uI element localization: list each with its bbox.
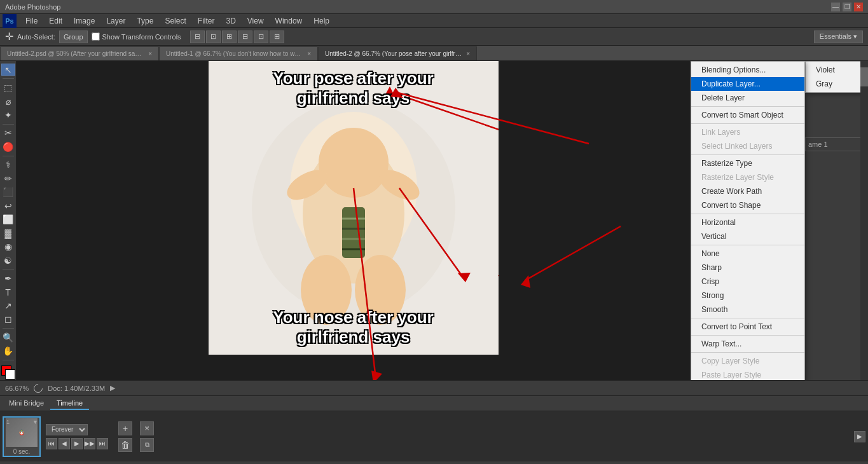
ctx-crisp[interactable]: Crisp [691,275,804,289]
ctx-delete-layer[interactable]: Delete Layer [691,91,804,105]
ctx-vertical[interactable]: Vertical [691,229,804,243]
menu-file[interactable]: File [20,15,43,27]
menu-layer[interactable]: Layer [101,15,130,27]
ctx-convert-smart-object[interactable]: Convert to Smart Object [691,108,804,122]
tool-lasso[interactable]: ⌀ [1,95,15,107]
essentials-button[interactable]: Essentials ▾ [814,31,863,43]
tl-last-frame[interactable]: ⏭ [97,438,108,449]
tab-2-close[interactable]: × [466,50,470,57]
ctx-convert-point-text[interactable]: Convert to Point Text [691,320,804,334]
tool-dodge[interactable]: ☯ [1,254,15,266]
menu-help[interactable]: Help [308,15,334,27]
menu-type[interactable]: Type [132,15,158,27]
tab-0[interactable]: Untitled-2.psd @ 50% (After your girlfri… [0,46,159,60]
tool-crop[interactable]: ✂ [1,127,15,139]
tool-magic-wand[interactable]: ✦ [1,109,15,121]
tab-1-close[interactable]: × [307,50,311,57]
group-dropdown[interactable]: Group [59,31,88,43]
ctx-warp-text[interactable]: Warp Text... [691,337,804,351]
menu-filter[interactable]: Filter [193,15,220,27]
align-btn-6[interactable]: ⊞ [270,31,284,43]
svg-point-4 [319,128,389,198]
ctx-horizontal[interactable]: Horizontal [691,215,804,229]
scrollbar-thumb[interactable] [860,67,868,86]
tab-1[interactable]: Untitled-1 @ 66.7% (You don't know how t… [159,46,318,60]
right-panel-scrollbar[interactable] [860,61,868,380]
ctx-strong[interactable]: Strong [691,289,804,303]
align-btn-5[interactable]: ⊡ [254,31,268,43]
ctx-sharp[interactable]: Sharp [691,261,804,275]
tool-path-select[interactable]: ↗ [1,299,15,311]
transform-checkbox-input[interactable] [92,32,100,41]
tool-pen[interactable]: ✒ [1,272,15,284]
tool-blur[interactable]: ◉ [1,240,15,252]
tool-type[interactable]: T [1,286,15,298]
close-button[interactable]: ✕ [854,3,863,11]
tl-tween[interactable]: ⤧ [140,421,154,435]
tool-heal[interactable]: ⚕ [1,159,15,171]
toolbar-divider-2 [3,124,14,125]
timeline-frame-1[interactable]: 1 🪆 0 sec. ▼ [3,416,41,457]
align-btn-2[interactable]: ⊡ [206,31,221,43]
doc-size-arrow[interactable]: ▶ [110,384,115,392]
tl-play[interactable]: ▶ [71,438,83,449]
align-btn-1[interactable]: ⊟ [190,31,205,43]
frame-delete-icon[interactable]: ▼ [32,419,38,425]
tool-history[interactable]: ↩ [1,200,15,212]
background-color[interactable] [5,369,15,379]
color-gray[interactable]: Gray [806,77,868,91]
tool-brush[interactable]: ✏ [1,172,15,184]
meme-text-bottom: Your nose after yourgirlfriend says [209,308,499,347]
main-layout: ↖ ⬚ ⌀ ✦ ✂ 🔴 ⚕ ✏ ⬛ ↩ ⬜ ▓ ◉ ☯ ✒ T ↗ ◻ 🔍 ✋ [0,61,868,380]
timeline-scroll-right[interactable]: ▶ [854,431,865,442]
tl-next-frame[interactable]: ▶▶ [84,438,95,449]
tool-hand[interactable]: ✋ [1,345,15,357]
align-btn-3[interactable]: ⊞ [222,31,237,43]
status-bar: 66.67% Doc: 1.40M/2.33M ▶ [0,380,868,395]
menu-window[interactable]: Window [270,15,308,27]
align-buttons: ⊟ ⊡ ⊞ ⊟ ⊡ ⊞ [190,31,284,43]
ctx-smooth[interactable]: Smooth [691,303,804,317]
tl-scroll-right[interactable]: ▶ [854,431,865,442]
maximize-button[interactable]: ❐ [843,3,851,11]
color-swatch-area[interactable] [1,365,15,378]
panel-tab-mini-bridge[interactable]: Mini Bridge [3,397,50,410]
tool-gradient[interactable]: ▓ [1,227,15,239]
tool-zoom[interactable]: 🔍 [1,331,15,343]
tl-add-frame[interactable]: + [118,421,132,435]
ctx-rasterize-type[interactable]: Rasterize Type [691,156,804,170]
tool-clone[interactable]: ⬛ [1,186,15,198]
window-controls[interactable]: — ❐ ✕ [831,3,863,11]
ctx-duplicate-layer[interactable]: Duplicate Layer... [691,77,804,91]
ctx-convert-to-shape[interactable]: Convert to Shape [691,198,804,212]
tl-prev-frame[interactable]: ◀ [59,438,70,449]
tab-2[interactable]: Untitled-2 @ 66.7% (Your pose after your… [318,46,477,60]
menu-edit[interactable]: Edit [44,15,67,27]
tool-shape[interactable]: ◻ [1,313,15,325]
menu-3d[interactable]: 3D [221,15,240,27]
show-transform-checkbox[interactable]: Show Transform Controls [92,32,181,41]
options-bar: ✛ Auto-Select: Group Show Transform Cont… [0,28,868,46]
tool-eyedropper[interactable]: 🔴 [1,140,15,153]
color-violet[interactable]: Violet [806,63,868,77]
layers-panel-stub: ame 1 [805,137,868,151]
ctx-create-work-path[interactable]: Create Work Path [691,184,804,198]
tl-delete-frame[interactable]: 🗑 [118,438,132,452]
ctx-link-layers: Link Layers [691,125,804,139]
ctx-none[interactable]: None [691,247,804,261]
menu-view[interactable]: View [242,15,269,27]
menu-select[interactable]: Select [160,15,191,27]
tab-0-close[interactable]: × [148,50,152,57]
minimize-button[interactable]: — [831,3,840,11]
ctx-blending-options[interactable]: Blending Options... [691,63,804,77]
tl-duplicate[interactable]: ⧉ [140,438,154,452]
menu-image[interactable]: Image [69,15,100,27]
tl-first-frame[interactable]: ⏮ [46,438,57,449]
align-btn-4[interactable]: ⊟ [238,31,252,43]
tool-move[interactable]: ↖ [1,64,15,76]
tool-eraser[interactable]: ⬜ [1,213,15,225]
panel-tab-timeline[interactable]: Timeline [50,397,89,410]
rotate-icon [32,382,45,395]
loop-select[interactable]: Forever Once 3 Times [46,424,88,435]
tool-marquee[interactable]: ⬚ [1,81,15,93]
